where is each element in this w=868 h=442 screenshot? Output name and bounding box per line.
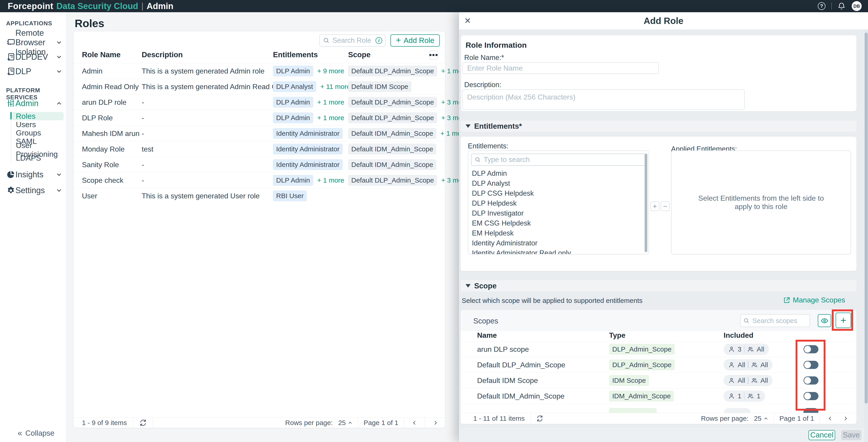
toggle-knob	[804, 346, 811, 353]
refresh-icon[interactable]	[133, 419, 153, 427]
rows-per-page-select[interactable]: 25	[338, 419, 352, 427]
table-row[interactable]: Mahesh IDM arun-Identity AdministratorDe…	[73, 126, 445, 141]
cancel-button[interactable]: Cancel	[808, 430, 835, 440]
user-icon	[728, 377, 735, 384]
entitlements-more-link[interactable]: + 9 more	[317, 67, 344, 75]
scope-type-cell: DLP_Admin_Scope	[609, 360, 675, 370]
items-count: 1 - 9 of 9 items	[73, 419, 133, 427]
group-icon	[751, 377, 758, 384]
sidebar-item-dlpdev[interactable]: DLPDEV	[0, 50, 66, 64]
sidebar-item-groups[interactable]: Groups	[11, 129, 66, 137]
table-row[interactable]: Scope check-DLP Admin+ 1 moreDefault DLP…	[73, 172, 445, 188]
table-options-button[interactable]: •••	[429, 50, 438, 60]
entitlements-more-link[interactable]: + 1 more	[317, 98, 344, 106]
page-title: Roles	[75, 17, 104, 30]
sidebar-item-ldaps[interactable]: LDAPS	[11, 154, 66, 162]
column-role-name: Role Name	[82, 50, 121, 59]
drawer-scrollbar-thumb[interactable]	[865, 33, 868, 404]
rows-per-page-select[interactable]: 25	[754, 415, 768, 422]
entitlement-option[interactable]: Identity Administrator Read only	[468, 248, 648, 254]
add-scope-button[interactable]: +	[836, 313, 851, 328]
sidebar-item-insights[interactable]: Insights	[0, 168, 66, 181]
refresh-icon[interactable]	[531, 415, 549, 422]
entitlement-option[interactable]: DLP Investigator	[468, 208, 648, 218]
table-row[interactable]: AdminThis is a system generated Admin ro…	[73, 63, 445, 79]
remove-entitlement-button[interactable]: −	[661, 202, 670, 211]
table-row[interactable]: Default IDM_Admin_ScopeIDM_Admin_Scope11	[461, 388, 857, 404]
table-row[interactable]: Monday RoletestIdentity AdministratorDef…	[73, 141, 445, 157]
scope-badge: Default IDM_Admin_Scope	[348, 144, 436, 155]
role-information-heading: Role Information	[466, 41, 857, 49]
add-entitlement-button[interactable]: +	[650, 202, 659, 211]
entitlement-option[interactable]: Identity Administrator	[468, 238, 648, 248]
entitlement-option[interactable]: DLP Helpdesk	[468, 198, 648, 208]
entitlements-section-label: Entitlements*	[474, 122, 522, 131]
next-page-button[interactable]	[841, 415, 850, 421]
collapse-sidebar-button[interactable]: « Collapse	[18, 429, 54, 438]
sidebar-item-user-provisioning[interactable]: User Provisioning	[11, 145, 66, 154]
entitlements-more-link[interactable]: + 1 more	[317, 114, 344, 122]
search-role-box: i	[319, 34, 385, 46]
entitlements-search-input[interactable]	[471, 156, 646, 164]
role-name-cell: DLP Role	[82, 114, 113, 122]
entitlements-more-link[interactable]: + 11 more	[320, 83, 350, 91]
add-role-button[interactable]: + Add Role	[391, 34, 440, 46]
scope-cell: Default DLP_Admin_Scope+ 3 more	[348, 112, 468, 123]
search-scopes-input[interactable]	[741, 317, 810, 325]
entitlement-option[interactable]: DLP CSG Helpdesk	[468, 189, 648, 198]
sidebar-item-roles[interactable]: Roles	[11, 112, 64, 120]
sidebar-item-settings[interactable]: Settings	[0, 184, 66, 197]
table-row[interactable]: Admin Read OnlyThis is a system generate…	[73, 79, 445, 94]
entitlements-more-link[interactable]: + 1 more	[317, 176, 344, 184]
scope-toggle[interactable]	[804, 345, 818, 353]
sidebar-item-admin[interactable]: Admin	[0, 97, 66, 110]
main-content: Roles i + Add Role Role Name Description…	[66, 12, 459, 442]
sidebar-item-dlp[interactable]: DLP	[0, 65, 66, 78]
previous-page-button[interactable]	[409, 420, 420, 426]
column-scope: Scope	[348, 50, 371, 59]
user-avatar[interactable]: DB	[852, 1, 862, 11]
scopes-table-header: Name Type Included	[461, 331, 857, 341]
sidebar-item-users[interactable]: Users	[11, 120, 66, 129]
scope-toggle[interactable]	[804, 361, 818, 369]
description-cell: This is a system generated User role	[142, 192, 259, 200]
table-row[interactable]: Default DLP_Admin_ScopeDLP_Admin_ScopeAl…	[461, 357, 857, 373]
previous-page-button[interactable]	[825, 415, 835, 421]
chevron-up-icon	[764, 416, 768, 421]
role-name-field[interactable]	[462, 62, 659, 74]
table-row[interactable]: Sanity Role-Identity AdministratorDefaul…	[73, 157, 445, 172]
table-row[interactable]: Default IDM ScopeIDM ScopeAllAll	[461, 373, 857, 388]
included-cell: AllAll	[723, 359, 773, 371]
scope-toggle[interactable]	[804, 392, 818, 400]
close-icon[interactable]: ✕	[463, 16, 473, 26]
role-name-label: Role Name:*	[464, 54, 504, 62]
user-icon	[728, 346, 735, 353]
description-field[interactable]	[462, 89, 745, 110]
description-cell: test	[142, 145, 153, 154]
scope-toggle[interactable]	[804, 376, 818, 384]
table-row[interactable]: DLP Role-DLP Admin+ 1 moreDefault DLP_Ad…	[73, 110, 445, 126]
notifications-bell-icon[interactable]	[837, 1, 846, 11]
roles-card: i + Add Role Role Name Description Entit…	[73, 31, 445, 428]
table-row[interactable]: UserThis is a system generated User role…	[73, 188, 445, 204]
entitlement-option[interactable]: EM CSG Helpdesk	[468, 218, 648, 228]
description-label: Description:	[464, 81, 501, 89]
entitlements-card: Entitlements: DLP AdminDLP AnalystDLP CS…	[461, 137, 857, 271]
next-page-button[interactable]	[431, 420, 440, 426]
scope-name-cell: Default IDM_Admin_Scope	[477, 392, 564, 400]
help-icon[interactable]: ?	[817, 1, 826, 11]
save-button[interactable]: Save	[841, 430, 862, 440]
manage-scopes-link[interactable]: Manage Scopes	[783, 296, 845, 304]
scope-section-header[interactable]: Scope	[461, 280, 857, 292]
role-name-cell: arun DLP role	[82, 98, 126, 106]
table-row[interactable]: arun DLP role-DLP Admin+ 1 moreDefault D…	[73, 94, 445, 110]
table-row[interactable]: arun DLP scopeDLP_Admin_Scope3All	[461, 341, 857, 357]
drawer-scrollbar[interactable]	[864, 29, 868, 442]
included-groups-value: All	[757, 345, 764, 353]
view-scopes-button[interactable]	[818, 314, 831, 327]
entitlement-option[interactable]: EM Helpdesk	[468, 228, 648, 238]
entitlements-section-header[interactable]: Entitlements*	[461, 121, 857, 132]
entitlement-option[interactable]: DLP Admin	[468, 169, 648, 178]
list-scrollbar[interactable]	[645, 154, 647, 252]
entitlement-option[interactable]: DLP Analyst	[468, 178, 648, 189]
